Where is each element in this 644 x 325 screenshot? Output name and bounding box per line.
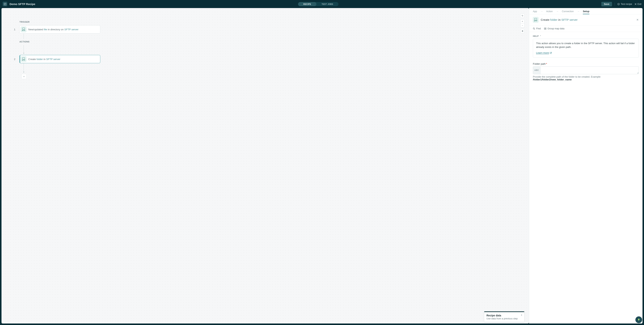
sftp-app-icon: SFTP — [21, 56, 26, 62]
step-number: 2 — [13, 58, 15, 61]
crumb-action[interactable]: Action — [546, 10, 553, 13]
top-bar: Demo SFTP Recipe RECIPE TEST JOBS Save T… — [0, 0, 644, 8]
crumb-setup[interactable]: Setup — [583, 10, 589, 14]
step-number: 1 — [13, 28, 15, 31]
help-box: This action allows you to create a folde… — [533, 39, 639, 58]
main: TRIGGER 1 SFTP New/updated file in direc… — [0, 8, 644, 325]
refresh-icon: ↻ — [522, 14, 523, 17]
resize-handle-icon[interactable]: ◢ — [637, 66, 638, 74]
breadcrumb: App → Action → Connection → Setup — [529, 8, 642, 14]
svg-line-11 — [551, 52, 552, 53]
sftp-app-icon: SFTP — [533, 17, 538, 23]
step-row-trigger: 1 SFTP New/updated file in directory on … — [13, 25, 518, 33]
panel-body: HELP ⌃ This action allows you to create … — [529, 32, 642, 324]
sftp-app-icon: SFTP — [21, 26, 26, 32]
external-link-icon — [550, 52, 552, 54]
zoom-controls: ↻ + − ✥ — [520, 14, 524, 33]
svg-rect-13 — [638, 321, 639, 321]
recipe-data-panel[interactable]: ⇕ Recipe data Use data from a previous s… — [484, 311, 524, 322]
svg-rect-10 — [546, 28, 546, 29]
folder-path-field: Folder path * ABC ◢ Provide the complete… — [533, 62, 639, 81]
trigger-text: New/updated file in directory on SFTP se… — [28, 28, 78, 31]
close-icon: ✕ — [636, 18, 639, 21]
toggle-recipe[interactable]: RECIPE — [298, 2, 316, 6]
columns-icon — [544, 27, 546, 30]
connector-line — [24, 33, 24, 39]
canvas[interactable]: TRIGGER 1 SFTP New/updated file in direc… — [2, 8, 529, 324]
exit-button[interactable]: Exit — [635, 3, 642, 5]
group-map-button[interactable]: Group map data — [544, 27, 564, 30]
fit-icon: ✥ — [522, 30, 523, 32]
recipe-data-title: Recipe data — [486, 314, 522, 317]
help-fab[interactable] — [636, 317, 642, 323]
crumb-app[interactable]: App — [533, 10, 537, 13]
trigger-card[interactable]: SFTP New/updated file in directory on SF… — [20, 25, 100, 33]
save-button[interactable]: Save — [601, 2, 612, 6]
chevron-right-icon: → — [556, 10, 558, 13]
search-icon — [533, 27, 535, 30]
zoom-reset-button[interactable]: ↻ — [520, 14, 524, 18]
field-label: Folder path * — [533, 62, 639, 65]
mode-toggle: RECIPE TEST JOBS — [298, 2, 338, 6]
folder-path-input[interactable] — [540, 66, 637, 74]
svg-point-7 — [533, 28, 534, 29]
test-recipe-button[interactable]: Test recipe — [618, 3, 632, 5]
chevron-right-icon: → — [577, 10, 580, 13]
panel-header: SFTP Create folder in SFTP server ✕ — [529, 14, 642, 25]
type-badge: ABC — [533, 66, 540, 74]
svg-rect-12 — [638, 321, 639, 321]
panel-title: Create folder in SFTP server — [541, 18, 578, 21]
crumb-connection[interactable]: Connection — [562, 10, 574, 13]
required-indicator: * — [546, 62, 547, 65]
action-card-selected[interactable]: SFTP Create folder in SFTP server — [20, 55, 100, 63]
arrow-down-icon: ▼ — [23, 71, 518, 73]
panel-toolbar: Find Group map data — [529, 25, 642, 32]
step-row-action: 2 SFTP Create folder in SFTP server — [13, 55, 518, 63]
zoom-out-button[interactable]: − — [520, 23, 524, 27]
chevron-up-icon: ⌃ — [540, 35, 542, 37]
find-button[interactable]: Find — [533, 27, 541, 30]
help-text: This action allows you to create a folde… — [536, 41, 636, 49]
play-icon — [618, 3, 620, 5]
add-step-button[interactable]: + — [21, 74, 26, 79]
recipe-title: Demo SFTP Recipe — [10, 2, 35, 5]
zoom-fit-button[interactable]: ✥ — [520, 29, 524, 33]
minus-icon: − — [522, 24, 523, 26]
expand-icon[interactable]: ⇕ — [521, 314, 522, 317]
folder-path-input-row: ABC ◢ — [533, 66, 639, 74]
trigger-section-label: TRIGGER — [20, 21, 518, 23]
group-map-label: Group map data — [548, 27, 564, 30]
plus-icon: + — [23, 75, 25, 78]
exit-label: Exit — [638, 3, 642, 5]
test-recipe-label: Test recipe — [621, 3, 632, 5]
zoom-in-button[interactable]: + — [520, 19, 524, 23]
recipe-icon — [2, 2, 7, 6]
actions-section-label: ACTIONS — [20, 40, 518, 43]
plus-icon: + — [522, 20, 523, 22]
lightbulb-icon — [637, 318, 640, 321]
close-icon — [635, 3, 636, 5]
toggle-test-jobs[interactable]: TEST JOBS — [316, 2, 338, 6]
svg-rect-9 — [544, 28, 545, 29]
recipe-data-subtitle: Use data from a previous step — [486, 317, 522, 320]
learn-more-link[interactable]: Learn more — [536, 51, 552, 55]
field-hint: Provide the complete path of the folder … — [533, 75, 639, 81]
help-section-toggle[interactable]: HELP ⌃ — [533, 35, 639, 37]
action-text: Create folder in SFTP server — [28, 58, 60, 61]
chevron-right-icon: → — [540, 10, 543, 13]
connector-line — [24, 63, 24, 71]
arrow-down-icon: ▼ — [23, 52, 518, 54]
close-panel-button[interactable]: ✕ — [636, 18, 639, 21]
svg-line-8 — [534, 29, 535, 29]
connector-line — [24, 45, 24, 52]
config-panel: App → Action → Connection → Setup SFTP C… — [529, 8, 642, 324]
find-label: Find — [536, 27, 541, 30]
